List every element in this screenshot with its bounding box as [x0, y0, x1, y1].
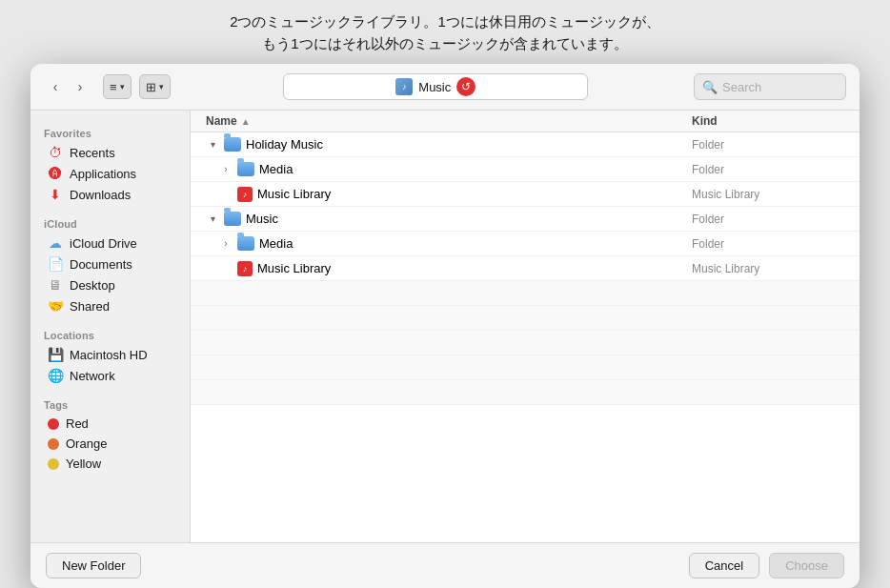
file-kind-cell: Music Library: [692, 188, 844, 201]
table-row[interactable]: ▾ Music Folder: [191, 207, 860, 232]
shared-icon: 🤝: [48, 298, 63, 314]
table-row[interactable]: ♪ Music Library Music Library: [191, 256, 860, 281]
main-area: Favorites ⏱ Recents 🅐 Applications ⬇ Dow…: [30, 111, 860, 542]
sidebar-recents-label: Recents: [70, 146, 115, 160]
music-library-icon: ♪: [237, 187, 253, 202]
instruction-bar: 2つのミュージックライブラリ。1つには休日用のミュージックが、 もう1つにはそれ…: [0, 0, 890, 64]
favorites-section-label: Favorites: [30, 120, 190, 142]
file-name-cell: › Media: [219, 236, 692, 251]
music-library-icon: ♪: [237, 261, 253, 276]
sidebar-tag-red-label: Red: [66, 416, 89, 431]
search-icon: 🔍: [702, 80, 718, 94]
tags-section-label: Tags: [30, 392, 190, 414]
downloads-icon: ⬇: [48, 187, 63, 202]
sidebar-macintosh-hd-label: Macintosh HD: [70, 348, 148, 362]
sidebar-item-tag-red[interactable]: Red: [34, 414, 186, 434]
file-name-cell: ▾ Holiday Music: [206, 137, 692, 152]
file-name-cell: ♪ Music Library: [219, 187, 692, 202]
forward-button[interactable]: ›: [69, 76, 91, 97]
list-view-icon: ≡: [110, 80, 117, 94]
back-button[interactable]: ‹: [44, 76, 67, 97]
location-pill[interactable]: ♪ Music ↺: [283, 73, 588, 100]
file-kind-cell: Folder: [692, 163, 844, 176]
sidebar-desktop-label: Desktop: [70, 278, 115, 293]
nav-buttons: ‹ ›: [44, 76, 91, 97]
icloud-section-label: iCloud: [30, 211, 190, 233]
sidebar-shared-label: Shared: [70, 299, 110, 314]
table-row[interactable]: › Media Folder: [191, 232, 860, 256]
file-name-label: Music Library: [257, 261, 331, 275]
desktop-icon: 🖥: [48, 277, 63, 293]
folder-icon: [237, 236, 254, 251]
folder-icon: [224, 137, 241, 152]
empty-row: [191, 380, 860, 405]
sidebar-item-tag-orange[interactable]: Orange: [34, 434, 186, 454]
sidebar-tag-orange-label: Orange: [66, 436, 107, 451]
file-kind-cell: Music Library: [692, 262, 844, 275]
location-cycle-button[interactable]: ↺: [456, 77, 475, 96]
documents-icon: 📄: [48, 256, 63, 272]
bottom-bar: New Folder Cancel Choose: [30, 542, 860, 588]
sidebar-icloud-drive-label: iCloud Drive: [70, 236, 137, 251]
tag-red-dot: [48, 418, 59, 430]
sidebar-item-downloads[interactable]: ⬇ Downloads: [34, 184, 186, 205]
sidebar: Favorites ⏱ Recents 🅐 Applications ⬇ Dow…: [30, 111, 191, 542]
action-buttons: Cancel Choose: [689, 553, 844, 578]
file-name-cell: › Media: [219, 162, 692, 176]
file-kind-cell: Folder: [692, 213, 844, 226]
name-column-header[interactable]: Name ▲: [206, 114, 692, 128]
file-name-label: Media: [259, 162, 293, 176]
name-column-label: Name: [206, 114, 237, 128]
table-row[interactable]: ♪ Music Library Music Library: [191, 182, 860, 207]
applications-icon: 🅐: [48, 166, 63, 181]
sidebar-item-network[interactable]: 🌐 Network: [34, 365, 186, 386]
toolbar: ‹ › ≡ ▾ ⊞ ▾ ♪ Music ↺ 🔍 Search: [30, 64, 860, 111]
sidebar-item-shared[interactable]: 🤝 Shared: [34, 295, 186, 316]
column-header: Name ▲ Kind: [191, 111, 860, 132]
file-name-cell: ♪ Music Library: [219, 261, 692, 276]
sidebar-item-desktop[interactable]: 🖥 Desktop: [34, 274, 186, 295]
list-view-button[interactable]: ≡ ▾: [103, 74, 131, 99]
grid-view-button[interactable]: ⊞ ▾: [139, 74, 171, 99]
sidebar-downloads-label: Downloads: [70, 188, 131, 202]
empty-row: [191, 331, 860, 355]
sidebar-item-macintosh-hd[interactable]: 💾 Macintosh HD: [34, 344, 186, 365]
icloud-drive-icon: ☁: [48, 235, 63, 251]
empty-row: [191, 281, 860, 306]
tag-yellow-dot: [48, 458, 59, 470]
folder-icon: [224, 212, 241, 226]
kind-column-header[interactable]: Kind: [692, 114, 844, 128]
grid-view-icon: ⊞: [146, 80, 156, 94]
file-name-label: Holiday Music: [246, 137, 323, 152]
search-box[interactable]: 🔍 Search: [694, 73, 846, 100]
expand-arrow[interactable]: ▾: [206, 139, 219, 150]
sidebar-documents-label: Documents: [70, 257, 132, 272]
sidebar-item-recents[interactable]: ⏱ Recents: [34, 142, 186, 163]
expand-arrow[interactable]: ›: [219, 238, 233, 249]
list-view-chevron: ▾: [120, 82, 125, 91]
location-name: Music: [418, 80, 451, 94]
table-row[interactable]: ▾ Holiday Music Folder: [191, 132, 860, 157]
grid-view-chevron: ▾: [159, 82, 164, 91]
sidebar-item-tag-yellow[interactable]: Yellow: [34, 454, 186, 474]
expand-arrow[interactable]: ›: [219, 164, 233, 174]
sidebar-item-icloud-drive[interactable]: ☁ iCloud Drive: [34, 233, 186, 253]
sidebar-network-label: Network: [70, 369, 115, 383]
expand-arrow[interactable]: ▾: [206, 213, 219, 224]
new-folder-button[interactable]: New Folder: [46, 553, 141, 578]
file-kind-cell: Folder: [692, 237, 844, 251]
sidebar-tag-yellow-label: Yellow: [66, 456, 101, 471]
sidebar-item-documents[interactable]: 📄 Documents: [34, 253, 186, 274]
sidebar-item-applications[interactable]: 🅐 Applications: [34, 163, 186, 184]
file-name-label: Music Library: [257, 187, 331, 201]
file-list: ▾ Holiday Music Folder › Media Folder: [191, 132, 860, 542]
network-icon: 🌐: [48, 368, 63, 383]
file-name-label: Media: [259, 236, 293, 251]
table-row[interactable]: › Media Folder: [191, 157, 860, 182]
file-kind-cell: Folder: [692, 138, 844, 152]
recents-icon: ⏱: [48, 145, 63, 160]
cancel-button[interactable]: Cancel: [689, 553, 759, 578]
location-folder-icon: ♪: [395, 78, 413, 95]
choose-button[interactable]: Choose: [769, 553, 844, 578]
empty-row: [191, 355, 860, 380]
